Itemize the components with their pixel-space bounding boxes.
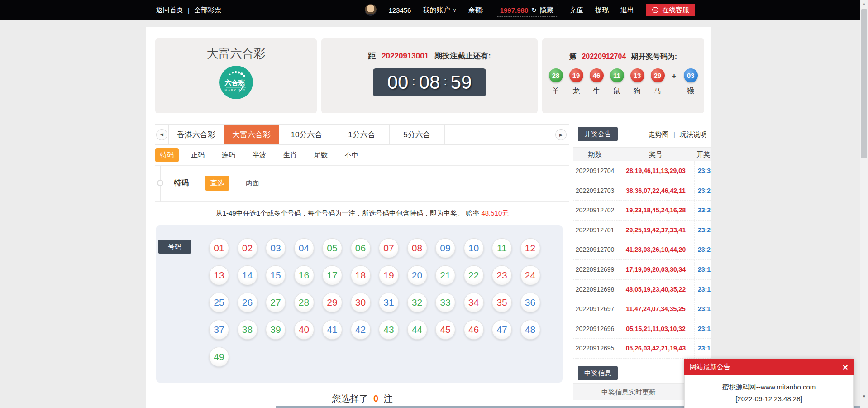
number-ball-17[interactable]: 17 — [322, 265, 342, 285]
tab-5分六合[interactable]: 5分六合 — [390, 125, 445, 144]
number-ball-38[interactable]: 38 — [238, 320, 258, 340]
subnav-item-特码[interactable]: 特码 — [155, 148, 179, 162]
number-ball-09[interactable]: 09 — [435, 238, 455, 258]
popup-line1: 蜜桃源码网--www.mitaobo.com — [685, 383, 853, 392]
number-ball-20[interactable]: 20 — [407, 265, 427, 285]
hide-balance-button[interactable]: 隐藏 — [540, 6, 553, 14]
scroll-up-icon[interactable]: ▲ — [860, 0, 868, 8]
header-issue: 期数 — [573, 148, 617, 161]
trend-chart-link[interactable]: 走势图 — [649, 130, 669, 138]
number-ball-42[interactable]: 42 — [351, 320, 371, 340]
draw-announce-badge[interactable]: 开奖公告 — [578, 127, 618, 141]
my-account-menu[interactable]: 我的账户 ∨ — [423, 6, 456, 14]
recharge-link[interactable]: 充值 — [570, 6, 583, 14]
subnav-item-正码[interactable]: 正码 — [186, 148, 210, 162]
online-service-button[interactable]: 在线客服 — [646, 4, 695, 16]
number-ball-14[interactable]: 14 — [238, 265, 258, 285]
number-ball-03[interactable]: 03 — [266, 238, 286, 258]
number-ball-36[interactable]: 36 — [520, 293, 540, 312]
number-ball-40[interactable]: 40 — [294, 320, 314, 340]
odds-value: 48.510元 — [481, 209, 509, 217]
number-ball-07[interactable]: 07 — [379, 238, 399, 258]
number-ball-29[interactable]: 29 — [322, 293, 342, 312]
zodiac-label: 狗 — [634, 86, 641, 96]
tab-香港六合彩[interactable]: 香港六合彩 — [169, 125, 224, 144]
number-ball-10[interactable]: 10 — [464, 238, 484, 258]
subnav-item-不中[interactable]: 不中 — [340, 148, 363, 162]
tabs-scroll-left-button[interactable]: ◀ — [156, 129, 167, 140]
subnav-item-半波[interactable]: 半波 — [248, 148, 271, 162]
table-row: 2022091270338,36,07,22,46,42,1123:2 — [573, 181, 711, 201]
number-ball-47[interactable]: 47 — [492, 320, 512, 340]
scrollbar-thumb[interactable] — [861, 9, 867, 158]
number-ball-04[interactable]: 04 — [294, 238, 314, 258]
number-ball-46[interactable]: 46 — [464, 320, 484, 340]
refresh-icon[interactable]: ↻ — [531, 6, 537, 14]
user-avatar[interactable] — [365, 4, 377, 16]
balance-box[interactable]: 1997.980 ↻ 隐藏 — [496, 4, 558, 17]
number-ball-06[interactable]: 06 — [351, 238, 371, 258]
timer-colon: : — [408, 74, 419, 88]
number-ball-18[interactable]: 18 — [351, 265, 371, 285]
number-ball-31[interactable]: 31 — [379, 293, 399, 312]
number-ball-15[interactable]: 15 — [266, 265, 286, 285]
row-time: 23:1 — [698, 260, 711, 280]
number-ball-11[interactable]: 11 — [492, 238, 512, 258]
tabs-scroll-right-button[interactable]: ▶ — [555, 129, 567, 140]
number-ball-22[interactable]: 22 — [464, 265, 484, 285]
number-ball-08[interactable]: 08 — [407, 238, 427, 258]
odds-label: 赔率 — [466, 209, 479, 217]
number-ball-30[interactable]: 30 — [351, 293, 371, 312]
number-ball-21[interactable]: 21 — [435, 265, 455, 285]
row-time: 23:1 — [698, 339, 711, 359]
number-ball-24[interactable]: 24 — [520, 265, 540, 285]
number-ball-35[interactable]: 35 — [492, 293, 512, 312]
chevron-down-icon: ∨ — [453, 7, 456, 13]
number-ball-37[interactable]: 37 — [209, 320, 229, 340]
draw-balls-row: 28羊19龙46牛11鼠13狗29马+03猴 — [542, 68, 704, 96]
number-ball-02[interactable]: 02 — [238, 238, 258, 258]
number-ball-43[interactable]: 43 — [379, 320, 399, 340]
number-ball-16[interactable]: 16 — [294, 265, 314, 285]
bet-option-zhixuan[interactable]: 直选 — [205, 176, 229, 191]
number-ball-12[interactable]: 12 — [520, 238, 540, 258]
all-lottery-link[interactable]: 全部彩票 — [194, 6, 221, 14]
draw-ball-col: 46牛 — [590, 68, 604, 96]
number-ball-34[interactable]: 34 — [464, 293, 484, 312]
number-ball-01[interactable]: 01 — [209, 238, 229, 258]
number-ball-41[interactable]: 41 — [322, 320, 342, 340]
draw-suffix: 期开奖号码为: — [631, 53, 677, 60]
play-rules-link[interactable]: 玩法说明 — [680, 130, 707, 138]
withdraw-link[interactable]: 提现 — [595, 6, 609, 14]
number-ball-05[interactable]: 05 — [322, 238, 342, 258]
number-ball-49[interactable]: 49 — [209, 347, 229, 367]
number-ball-45[interactable]: 45 — [435, 320, 455, 340]
subnav-item-连码[interactable]: 连码 — [217, 148, 240, 162]
win-info-badge[interactable]: 中奖信息 — [578, 366, 618, 380]
logout-link[interactable]: 退出 — [620, 6, 634, 14]
number-ball-19[interactable]: 19 — [379, 265, 399, 285]
number-ball-28[interactable]: 28 — [294, 293, 314, 312]
number-ball-32[interactable]: 32 — [407, 293, 427, 312]
number-ball-27[interactable]: 27 — [266, 293, 286, 312]
close-icon[interactable]: × — [843, 362, 848, 372]
subnav-item-生肖[interactable]: 生肖 — [278, 148, 302, 162]
scroll-down-icon[interactable]: ▼ — [860, 393, 868, 400]
number-ball-39[interactable]: 39 — [266, 320, 286, 340]
row-time: 23:1 — [698, 299, 711, 319]
number-ball-13[interactable]: 13 — [209, 265, 229, 285]
bet-option-liangmian[interactable]: 两面 — [240, 176, 265, 191]
draw-ball-46: 46 — [590, 68, 604, 82]
back-home-link[interactable]: 返回首页 — [156, 6, 183, 14]
number-ball-44[interactable]: 44 — [407, 320, 427, 340]
vertical-scrollbar[interactable]: ▲ ▼ — [860, 0, 868, 408]
number-ball-48[interactable]: 48 — [520, 320, 540, 340]
number-ball-25[interactable]: 25 — [209, 293, 229, 312]
subnav-item-尾数[interactable]: 尾数 — [309, 148, 333, 162]
tab-大富六合彩[interactable]: 大富六合彩 — [224, 125, 279, 144]
number-ball-33[interactable]: 33 — [435, 293, 455, 312]
tab-10分六合[interactable]: 10分六合 — [279, 125, 334, 144]
tab-1分六合[interactable]: 1分六合 — [334, 125, 390, 144]
number-ball-23[interactable]: 23 — [492, 265, 512, 285]
number-ball-26[interactable]: 26 — [238, 293, 258, 312]
